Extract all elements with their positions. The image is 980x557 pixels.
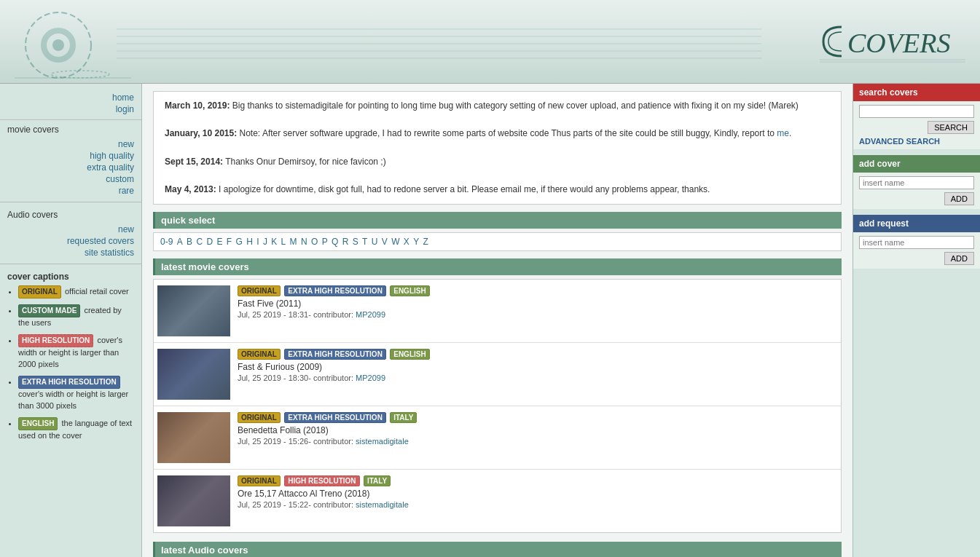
badge-original: ORIGINAL [238, 349, 281, 360]
news-4: May 4, 2013: I apologize for downtime, d… [165, 183, 830, 197]
cover-meta: Jul, 25 2019 - 15:22- contributor: siste… [238, 500, 837, 509]
main-content: March 10, 2019: Big thanks to sistemadig… [142, 84, 852, 557]
cover-title: Benedetta Follia (2018) [238, 425, 837, 435]
sidebar-movie-high-quality[interactable]: high quality [7, 151, 134, 161]
cover-badges: ORIGINAL EXTRA HIGH RESOLUTION ENGLISH [238, 349, 837, 360]
main-layout: home login movie covers new high quality… [0, 84, 980, 557]
contributor-link[interactable]: MP2099 [356, 374, 385, 382]
badge-extra-high: EXTRA HIGH RESOLUTION [284, 349, 386, 360]
badge-extra-high: EXTRA HIGH RESOLUTION [284, 285, 386, 296]
latest-audio-covers-header: latest Audio covers [153, 542, 842, 557]
qs-j[interactable]: J [263, 237, 267, 247]
qs-h[interactable]: H [246, 237, 253, 247]
quick-select-section: quick select 0-9 A B C D E F G H I J K L… [153, 212, 842, 251]
site-logo: COVERS [820, 16, 965, 67]
sidebar-nav: home login [0, 87, 141, 120]
qs-i[interactable]: I [256, 237, 259, 247]
cover-thumbnail [157, 475, 230, 526]
qs-b[interactable]: B [187, 237, 192, 247]
sidebar-audio-requested[interactable]: requested covers [7, 236, 134, 246]
search-box-header: search covers [853, 84, 980, 101]
audio-covers-links: new requested covers site statistics [0, 221, 141, 261]
movie-cover-row: ORIGINAL EXTRA HIGH RESOLUTION ENGLISH F… [154, 280, 841, 343]
sidebar-movie-new[interactable]: new [7, 139, 134, 149]
contributor-link[interactable]: MP2099 [356, 310, 385, 319]
qs-q[interactable]: Q [332, 237, 338, 247]
sidebar-movie-custom[interactable]: custom [7, 174, 134, 184]
qs-a[interactable]: A [177, 237, 183, 247]
svg-point-4 [51, 71, 109, 78]
cover-info: ORIGINAL HIGH RESOLUTION ITALY Ore 15,17… [238, 475, 837, 509]
qs-v[interactable]: V [382, 237, 388, 247]
cover-thumbnail [157, 349, 230, 400]
qs-w[interactable]: W [391, 237, 399, 247]
badge-italy: ITALY [390, 412, 417, 423]
audio-covers-title: Audio covers [0, 205, 141, 221]
qs-y[interactable]: Y [413, 237, 419, 247]
add-request-body: ADD [853, 232, 980, 269]
sidebar-movie-extra-quality[interactable]: extra quality [7, 162, 134, 173]
search-button[interactable]: SEARCH [928, 121, 974, 134]
qs-t[interactable]: T [362, 237, 367, 247]
cover-thumbnail [157, 285, 230, 336]
cover-meta: Jul, 25 2019 - 15:26- contributor: siste… [238, 437, 837, 446]
sidebar-site-stats[interactable]: site statistics [7, 248, 134, 258]
news-2: January, 10 2015: Note: After server sof… [165, 127, 830, 141]
qs-d[interactable]: D [206, 237, 213, 247]
badge-english: ENGLISH [18, 417, 58, 430]
sidebar-home-link[interactable]: home [7, 92, 134, 103]
qs-p[interactable]: P [322, 237, 328, 247]
sidebar-login-link[interactable]: login [7, 104, 134, 114]
cover-info: ORIGINAL EXTRA HIGH RESOLUTION ITALY Ben… [238, 412, 837, 446]
qs-r[interactable]: R [342, 237, 349, 247]
qs-g[interactable]: G [235, 237, 242, 247]
qs-e[interactable]: E [216, 237, 222, 247]
caption-custom: CUSTOM MADE created by the users [18, 304, 134, 328]
qs-x[interactable]: X [404, 237, 409, 247]
qs-o[interactable]: O [311, 237, 318, 247]
qs-l[interactable]: L [281, 237, 286, 247]
svg-text:COVERS: COVERS [847, 28, 950, 58]
badge-extra-high: EXTRA HIGH RESOLUTION [284, 412, 386, 423]
header-logo-left [15, 5, 131, 78]
cover-thumbnail [157, 412, 230, 463]
cover-meta: Jul, 25 2019 - 18:31- contributor: MP209… [238, 310, 837, 319]
search-input[interactable] [859, 105, 974, 118]
caption-high-res: HIGH RESOLUTION cover's width or height … [18, 334, 134, 370]
add-request-input[interactable] [859, 236, 974, 249]
badge-italy: ITALY [364, 475, 391, 486]
qs-n[interactable]: N [301, 237, 307, 247]
advanced-search-link[interactable]: ADVANCED SEARCH [859, 137, 974, 146]
cover-badges: ORIGINAL EXTRA HIGH RESOLUTION ITALY [238, 412, 837, 423]
svg-point-2 [52, 39, 64, 51]
qs-u[interactable]: U [372, 237, 378, 247]
contributor-link[interactable]: sistemadigitale [356, 500, 409, 509]
latest-audio-covers-section: latest Audio covers ORIGINAL HIGH RESOLU… [153, 542, 842, 557]
qs-m[interactable]: M [290, 237, 297, 247]
cover-captions: cover captions ORIGINAL official retail … [0, 267, 141, 451]
add-cover-header: add cover [853, 155, 980, 173]
cover-title: Fast Five (2011) [238, 299, 837, 309]
latest-movie-covers-header: latest movie covers [153, 258, 842, 275]
badge-original: ORIGINAL [18, 285, 61, 299]
qs-k[interactable]: K [271, 237, 277, 247]
qs-z[interactable]: Z [423, 237, 428, 247]
qs-f[interactable]: F [227, 237, 232, 247]
contributor-link[interactable]: sistemadigitale [356, 437, 409, 446]
caption-english: ENGLISH the language of text used on the… [18, 417, 134, 441]
sidebar-audio-new[interactable]: new [7, 224, 134, 234]
badge-original: ORIGINAL [238, 475, 281, 486]
page-wrapper: COVERS home login movie covers new high … [0, 0, 980, 557]
sidebar-movie-rare[interactable]: rare [7, 186, 134, 196]
qs-c[interactable]: C [196, 237, 203, 247]
add-request-button[interactable]: ADD [944, 252, 974, 265]
caption-original: ORIGINAL official retail cover [18, 285, 134, 299]
qs-s[interactable]: S [353, 237, 358, 247]
add-cover-input[interactable] [859, 176, 974, 189]
news-2-link[interactable]: me [777, 128, 789, 138]
quick-select-header: quick select [153, 212, 842, 229]
qs-09[interactable]: 0-9 [160, 237, 173, 247]
badge-high-resolution: HIGH RESOLUTION [18, 334, 93, 347]
right-panel: search covers SEARCH ADVANCED SEARCH add… [852, 84, 980, 557]
add-cover-button[interactable]: ADD [944, 192, 974, 205]
